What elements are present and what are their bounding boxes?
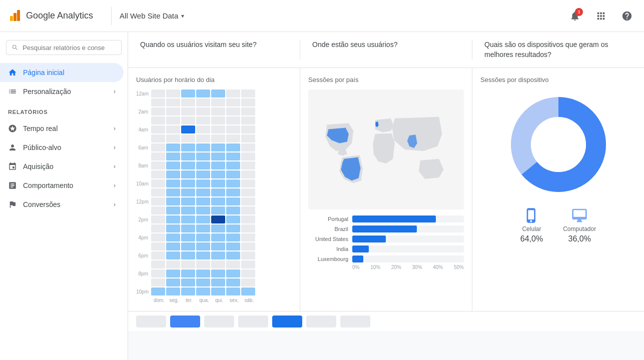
axis-label: 40%	[433, 264, 443, 270]
heatmap-cell	[241, 90, 255, 98]
heatmap-cell	[226, 108, 240, 116]
content-area: Quando os usuários visitam seu site? Ond…	[128, 32, 644, 360]
heatmap-cell	[226, 278, 240, 286]
heatmap-cell	[181, 126, 195, 134]
heatmap-cell	[196, 90, 210, 98]
expand-icon-acq: ›	[114, 163, 116, 170]
heatmap-cell	[211, 278, 225, 286]
sidebar-item-audience[interactable]: Público-alvo ›	[0, 138, 124, 157]
axis-label: 20%	[391, 264, 401, 270]
device-legend: Celular 64,0% Computador 36,0%	[480, 208, 636, 244]
help-button[interactable]	[618, 7, 636, 25]
desktop-label: Computador	[563, 226, 596, 232]
search-bar[interactable]	[6, 40, 122, 55]
heatmap-row: 6am	[136, 144, 292, 152]
bar-seg-7	[340, 316, 370, 328]
heatmap-cell	[196, 234, 210, 242]
heatmap-cell	[166, 162, 180, 170]
sidebar-acquisition-label: Aquisição	[23, 162, 54, 170]
heatmap-cell	[211, 180, 225, 188]
heatmap-cell	[211, 162, 225, 170]
heatmap-hour-label: 12am	[136, 91, 150, 96]
heatmap-cell	[151, 170, 165, 178]
heatmap-cell	[181, 98, 195, 106]
chart-panel-heatmap: Usuários por horário do dia 12am2am4am6a…	[128, 68, 300, 311]
heatmap-cell	[151, 98, 165, 106]
heatmap-cell	[181, 216, 195, 224]
heatmap-cell	[211, 188, 225, 196]
bar-row: India	[308, 246, 464, 252]
question-panel-1: Quando os usuários visitam seu site?	[128, 40, 300, 60]
heatmap-cell	[181, 224, 195, 232]
heatmap-cell	[151, 152, 165, 160]
chart3-title: Sessões por dispositivo	[480, 76, 636, 84]
sidebar-item-realtime[interactable]: Tempo real ›	[0, 119, 124, 138]
heatmap-cell	[151, 108, 165, 116]
bar-chart: PortugalBrazilUnited StatesIndiaLuxembou…	[308, 216, 464, 262]
sidebar-item-home[interactable]: Página inicial	[0, 63, 124, 82]
heatmap-cell	[181, 144, 195, 152]
heatmap-hour-label: 12pm	[136, 199, 150, 204]
heatmap-row: 12am	[136, 90, 292, 98]
heatmap-cell	[241, 170, 255, 178]
axis-label: 30%	[412, 264, 422, 270]
heatmap-row	[136, 116, 292, 124]
bar-seg-4	[238, 316, 268, 328]
heatmap-cell	[211, 108, 225, 116]
chart1-title: Usuários por horário do dia	[136, 76, 292, 84]
heatmap-hour-label: 2pm	[136, 217, 150, 222]
bar-seg-5	[272, 316, 302, 328]
heatmap-cell	[241, 180, 255, 188]
heatmap-cell	[166, 224, 180, 232]
bar-axis: 0%10%20%30%40%50%	[352, 264, 464, 270]
heatmap-cell	[166, 90, 180, 98]
heatmap-row	[136, 98, 292, 106]
heatmap-cell	[241, 270, 255, 278]
heatmap-cell	[196, 278, 210, 286]
heatmap-cell	[151, 134, 165, 142]
heatmap-cell	[196, 98, 210, 106]
expand-icon-aud: ›	[114, 144, 116, 151]
bar-fill	[352, 226, 417, 232]
heatmap-cell	[226, 98, 240, 106]
heatmap-row	[136, 242, 292, 250]
apps-button[interactable]	[592, 7, 610, 25]
heatmap-cell	[196, 242, 210, 250]
heatmap-cell	[211, 234, 225, 242]
heatmap-cell	[211, 252, 225, 260]
heatmap-cell	[196, 152, 210, 160]
heatmap-hour-label: 8pm	[136, 271, 150, 276]
axis-label: 10%	[370, 264, 380, 270]
heatmap-cell	[226, 224, 240, 232]
sidebar-item-behavior[interactable]: Comportamento ›	[0, 176, 124, 195]
heatmap-row: 4pm	[136, 234, 292, 242]
heatmap-cell	[166, 234, 180, 242]
heatmap-cell	[196, 288, 210, 296]
heatmap-cell	[196, 180, 210, 188]
sidebar-item-personalization[interactable]: Personalização ›	[0, 82, 124, 101]
donut-chart	[480, 90, 636, 200]
home-icon	[8, 68, 17, 77]
heatmap-cell	[211, 242, 225, 250]
heatmap-cell	[241, 224, 255, 232]
heatmap-cell	[241, 260, 255, 268]
heatmap-row: 4am	[136, 126, 292, 134]
heatmap-hour-label: 10am	[136, 181, 150, 186]
heatmap-cell	[181, 152, 195, 160]
sidebar-item-acquisition[interactable]: Aquisição ›	[0, 157, 124, 176]
search-input[interactable]	[23, 44, 116, 52]
heatmap-cell	[166, 108, 180, 116]
heatmap-row: 8am	[136, 162, 292, 170]
heatmap-cell	[226, 270, 240, 278]
notifications-button[interactable]: 3	[566, 7, 584, 25]
sidebar-item-conversions[interactable]: Conversões ›	[0, 195, 124, 214]
property-selector[interactable]: All Web Site Data ▾	[120, 12, 184, 20]
heatmap-hour-label: 4pm	[136, 235, 150, 240]
heatmap-row	[136, 152, 292, 160]
heatmap-cell	[151, 224, 165, 232]
axis-label: 50%	[454, 264, 464, 270]
heatmap-cell	[211, 152, 225, 160]
questions-row: Quando os usuários visitam seu site? Ond…	[128, 32, 644, 68]
heatmap-cell	[211, 288, 225, 296]
heatmap-row	[136, 134, 292, 142]
